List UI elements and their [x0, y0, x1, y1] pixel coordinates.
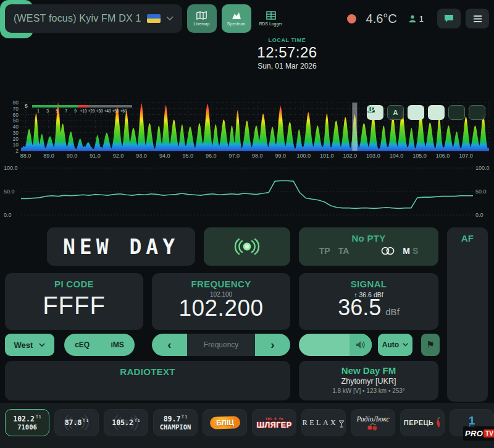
x-tick: 92.0 — [108, 153, 129, 159]
frequency-panel[interactable]: FREQUENCY 102.100 102.200 — [152, 273, 290, 330]
preset-dock: 102.217100687.81105.2189.71CHAMPIONБЛІЦ1… — [0, 403, 494, 448]
x-tick: 96.0 — [201, 153, 222, 159]
s-meter-tick: 3 — [46, 109, 49, 113]
x-tick: 101.0 — [316, 153, 337, 159]
server-selector[interactable]: (WEST focus) Kyiv FM DX 1 — [5, 4, 182, 33]
radiotext-label: RADIOTEXT — [5, 366, 290, 377]
speaker-icon — [356, 340, 366, 349]
ps-name-panel: NEW DAY — [47, 227, 195, 266]
preset-button-3[interactable]: 105.21 — [104, 409, 148, 436]
grid-icon — [266, 11, 276, 20]
s-meter-tick: 7 — [65, 109, 67, 113]
x-tick: 99.0 — [270, 153, 291, 159]
s-meter-tick: +30 — [96, 109, 103, 113]
x-tick: 104.0 — [386, 153, 407, 159]
y-tick: 70 — [2, 106, 19, 112]
chat-button[interactable] — [437, 9, 461, 28]
y-tick: 80 — [2, 99, 19, 106]
station-details: 1.8 kW [V] • 123 km • 253° — [299, 387, 438, 394]
af-list-panel: AF — [447, 227, 488, 402]
frequency-value: 102.200 — [152, 295, 290, 321]
y-tick: 10 — [2, 142, 19, 148]
livemap-button[interactable]: Livemap — [187, 4, 217, 33]
station-info-panel[interactable]: New Day FM Zhytomyr [UKR] 1.8 kW [V] • 1… — [299, 361, 438, 400]
eq-toggle[interactable]: cEQ — [75, 340, 90, 349]
letter-a-button[interactable]: A — [387, 105, 404, 120]
x-tick: 100.0 — [293, 153, 314, 159]
x-tick: 98.0 — [247, 153, 268, 159]
af-label: AF — [447, 233, 488, 243]
antenna-select[interactable]: West — [5, 334, 54, 356]
preset-button-4[interactable]: 89.71CHAMPION — [153, 409, 198, 436]
preset-button-6[interactable]: 101.9 fmШЛЯГЕР — [252, 409, 296, 436]
y-tick: 60 — [2, 112, 19, 118]
menu-button[interactable] — [466, 9, 489, 28]
frequency-input[interactable]: Frequency — [187, 334, 255, 356]
s-meter-green-bar — [32, 105, 78, 108]
pty-value: No PTY — [299, 233, 438, 243]
rds-logger-button[interactable]: RDS Logger — [256, 4, 286, 33]
s-meter-tick: 9 — [74, 109, 77, 113]
rds-logger-label: RDS Logger — [259, 22, 283, 26]
x-tick: 106.0 — [432, 153, 453, 159]
s-meter-tick: +40 — [104, 109, 111, 113]
frequency-up-button[interactable]: › — [255, 334, 290, 356]
pty-panel: No PTY TP TA M S — [299, 227, 438, 266]
s-meter-tick: 5 — [56, 109, 58, 113]
x-tick: 90.0 — [62, 153, 83, 159]
tx-status-panel[interactable] — [204, 227, 290, 266]
preset-button-1[interactable]: 102.2171006 — [5, 409, 49, 436]
history-y-tick: 50.0 — [475, 188, 487, 195]
arrows-vertical-button[interactable] — [408, 105, 424, 120]
temperature-value: 4.6°C — [366, 12, 397, 26]
x-tick: 94.0 — [154, 153, 175, 159]
report-flag-button[interactable]: ⚑ — [421, 334, 440, 356]
local-clock: LOCAL TIME 12:57:26 Sun, 01 Mar 2026 — [80, 37, 494, 70]
watermark-tv: TV — [484, 429, 494, 437]
x-tick: 103.0 — [362, 153, 383, 159]
radiotext-panel: RADIOTEXT — [5, 361, 290, 400]
spectrum-button[interactable]: Spectrum — [222, 4, 251, 33]
x-tick: 105.0 — [409, 153, 430, 159]
volume-slider[interactable] — [299, 334, 372, 356]
y-tick: 50 — [2, 117, 19, 124]
history-y-tick: 50.0 — [4, 188, 15, 195]
preset-button-2[interactable]: 87.81 — [54, 409, 99, 436]
x-tick: 97.0 — [224, 153, 245, 159]
clock-time: 12:57:26 — [257, 44, 317, 61]
auto-mode-select[interactable]: Auto — [378, 334, 412, 356]
eq-ims-toggle[interactable]: cEQ iMS — [64, 334, 135, 356]
chevron-down-icon — [403, 343, 408, 347]
x-tick: 89.0 — [38, 153, 59, 159]
ims-toggle[interactable]: iMS — [111, 340, 124, 349]
online-users-count: 1 — [419, 14, 424, 23]
frequency-down-button[interactable]: ‹ — [152, 334, 187, 356]
auto-value: Auto — [382, 340, 399, 349]
app-root: (WEST focus) Kyiv FM DX 1 Livemap Spectr… — [0, 0, 494, 448]
area-chart-button[interactable] — [428, 105, 445, 120]
refresh-button[interactable] — [469, 105, 485, 120]
spectrum-toolbar: A — [367, 105, 485, 120]
tp-flag: TP — [319, 246, 330, 256]
x-tick: 91.0 — [85, 153, 106, 159]
preset-button-7[interactable]: RELAX — [301, 409, 346, 436]
preset-button-8[interactable]: РадіоЛюкс — [351, 409, 395, 436]
pause-button[interactable] — [448, 105, 465, 120]
x-tick: 93.0 — [131, 153, 152, 159]
flag-icon: ⚑ — [426, 339, 434, 350]
s-meter: S 13579+10+20+30+40+50+60 — [25, 104, 136, 117]
x-tick: 107.0 — [455, 153, 476, 159]
signal-unit: dBf — [385, 306, 400, 317]
history-y-tick: 0.0 — [4, 212, 12, 218]
stereo-indicator: S — [412, 246, 418, 256]
spectrum-chart[interactable]: 80706050403020102 88.089.090.091.092.093… — [0, 101, 494, 161]
weather-status-icon — [347, 14, 356, 23]
preset-button-9[interactable]: ПЕРЕЦЬ — [400, 409, 445, 436]
protv-watermark: PRO TV NET.UA — [463, 426, 494, 441]
frequency-label: FREQUENCY — [152, 279, 290, 289]
preset-button-5[interactable]: БЛІЦ — [203, 409, 247, 436]
history-svg — [0, 162, 494, 221]
ukraine-flag-icon — [147, 14, 161, 23]
livemap-label: Livemap — [194, 22, 210, 26]
antenna-value: West — [14, 340, 33, 350]
